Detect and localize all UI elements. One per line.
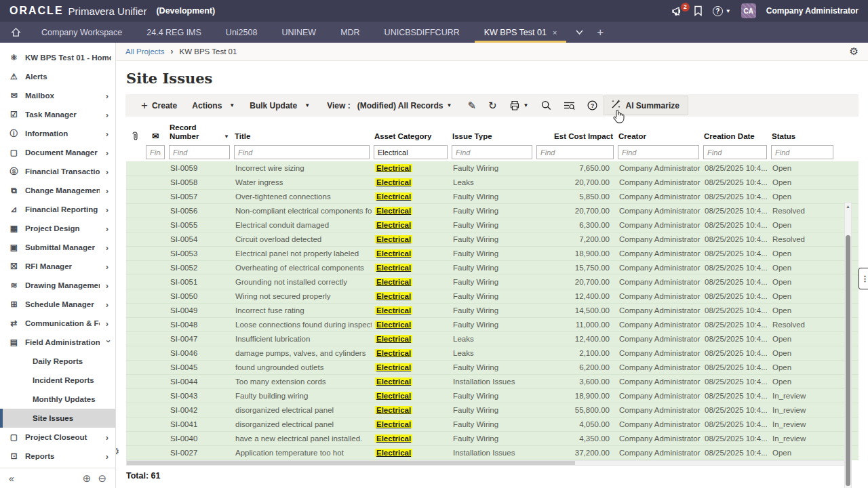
- sidebar-item-daily-reports[interactable]: Daily Reports: [0, 352, 115, 371]
- side-panel-toggle[interactable]: ⋮: [859, 268, 868, 289]
- sidebar-item-rfi-manager[interactable]: ☒RFI Manager›: [0, 257, 115, 276]
- print-menu[interactable]: ▼: [503, 100, 535, 110]
- tab-unicbsdiffcurr[interactable]: UNICBSDIFFCURR: [372, 22, 472, 43]
- filter-record-number-input[interactable]: [169, 145, 230, 159]
- sidebar-item-reports[interactable]: ⊡Reports›: [0, 447, 115, 466]
- table-row[interactable]: SI-0041disorganized electrical panelElec…: [126, 418, 859, 432]
- filter-creator-input[interactable]: [618, 145, 699, 159]
- table-row[interactable]: SI-0058Water ingressElectricalLeaks20,70…: [126, 176, 859, 190]
- filter-title-input[interactable]: [234, 145, 370, 159]
- sidebar-item-schedule-manager[interactable]: ⊞Schedule Manager›: [0, 295, 115, 314]
- actions-menu[interactable]: Actions▼: [184, 101, 242, 110]
- column-header-issue-type[interactable]: Issue Type: [450, 122, 534, 144]
- sidebar-item-change-management[interactable]: ⧉Change Management›: [0, 181, 115, 200]
- asset-category-cell: Electrical: [372, 261, 450, 274]
- sidebar-item-field-administration[interactable]: ▤Field Administration›: [0, 333, 115, 352]
- sidebar-item-drawing-management[interactable]: ≋Drawing Management›: [0, 276, 115, 295]
- table-row[interactable]: SI-0046damage pumps, valves, and cylinde…: [126, 346, 859, 361]
- sidebar-item-kw-bps-test-01-home[interactable]: ⚛KW BPS Test 01 - Home: [0, 48, 115, 67]
- table-row[interactable]: SI-0059Incorrect wire sizingElectricalFa…: [126, 161, 859, 176]
- sidebar-item-document-manager[interactable]: ▢Document Manager›: [0, 143, 115, 162]
- sidebar-item-mailbox[interactable]: ✉Mailbox›: [0, 86, 115, 105]
- filter-asset-category-input[interactable]: [374, 145, 448, 159]
- home-tab-icon[interactable]: [7, 22, 29, 43]
- avatar[interactable]: CA: [741, 3, 756, 18]
- tab-kw-bps-test-01[interactable]: KW BPS Test 01×: [472, 22, 570, 43]
- table-row[interactable]: SI-0050Wiring not secured properlyElectr…: [126, 289, 859, 304]
- table-row[interactable]: SI-0047Insufficient lubricationElectrica…: [126, 332, 859, 346]
- table-row[interactable]: SI-0042disorganized electrical panelElec…: [126, 403, 859, 418]
- table-row[interactable]: SI-0044Too many extension cordsElectrica…: [126, 375, 859, 389]
- page-settings-gear-icon[interactable]: ⚙: [850, 45, 859, 58]
- sidebar-item-project-design[interactable]: ▦Project Design›: [0, 219, 115, 238]
- scrollbar-thumb[interactable]: [846, 235, 850, 486]
- sidebar-item-financial-transactions[interactable]: ⓢFinancial Transactions›: [0, 162, 115, 181]
- sidebar-item-task-manager[interactable]: ☑Task Manager›: [0, 105, 115, 124]
- filter-issue-type-input[interactable]: [452, 145, 532, 159]
- filter-status-input[interactable]: [771, 145, 833, 159]
- table-row[interactable]: SI-0052Overheating of electrical compone…: [126, 261, 859, 275]
- table-row[interactable]: SI-0051Grounding not installed correctly…: [126, 275, 859, 289]
- table-row[interactable]: SI-0055Electrical conduit damagedElectri…: [126, 218, 859, 232]
- tab-uni2508[interactable]: Uni2508: [214, 22, 270, 43]
- horizontal-scrollbar[interactable]: [126, 460, 850, 466]
- bulk-update-menu[interactable]: Bulk Update▼: [242, 101, 317, 110]
- column-header-creator[interactable]: Creator: [616, 122, 701, 144]
- column-header-status[interactable]: Status: [769, 122, 835, 144]
- title-cell: Circuit overload detected: [232, 232, 372, 246]
- grid-settings-gear-icon[interactable]: ⚙: [116, 445, 119, 458]
- filter-creation-date-input[interactable]: [703, 145, 767, 159]
- sidebar-item-submittal-manager[interactable]: ▣Submittal Manager›: [0, 238, 115, 257]
- table-row[interactable]: SI-0057Over-tightened connectionsElectri…: [126, 190, 859, 204]
- breadcrumb-all-projects[interactable]: All Projects: [125, 47, 165, 56]
- creation-date-cell: 08/25/2025 10:4...: [701, 232, 769, 246]
- tab-list-chevron-icon[interactable]: [569, 22, 590, 43]
- table-row[interactable]: SI-0040have a new electrical panel insta…: [126, 432, 859, 446]
- table-row[interactable]: SI-0054Circuit overload detectedElectric…: [126, 232, 859, 247]
- sidebar-item-alerts[interactable]: ⚠Alerts: [0, 67, 115, 86]
- vertical-scrollbar[interactable]: ▲ ▼: [844, 202, 852, 488]
- filter-est-cost-impact-input[interactable]: [536, 145, 614, 159]
- tab-24-4-reg-ims[interactable]: 24.4 REG IMS: [134, 22, 214, 43]
- table-row[interactable]: SI-0043Faulty building wiringElectricalF…: [126, 389, 859, 403]
- search-icon[interactable]: [535, 100, 557, 110]
- column-header-asset-category[interactable]: Asset Category: [372, 122, 450, 144]
- collapse-all-icon[interactable]: ⊖: [98, 472, 106, 485]
- table-row[interactable]: SI-0027Application temperature too hotEl…: [126, 446, 859, 460]
- tab-company-workspace[interactable]: Company Workspace: [29, 22, 134, 43]
- edit-view-icon[interactable]: ✎: [461, 100, 482, 112]
- sidebar-item-information[interactable]: ⓘInformation›: [0, 124, 115, 143]
- bookmark-icon[interactable]: [694, 5, 703, 16]
- sidebar-item-financial-reporting[interactable]: ⊿Financial Reporting›: [0, 200, 115, 219]
- table-row[interactable]: SI-0053Electrical panel not properly lab…: [126, 247, 859, 261]
- collapse-sidebar-icon[interactable]: «: [9, 473, 14, 484]
- help-icon[interactable]: ?: [581, 100, 604, 110]
- tab-uninew[interactable]: UNINEW: [269, 22, 328, 43]
- add-tab-button[interactable]: +: [590, 22, 610, 43]
- create-button[interactable]: + Create: [134, 99, 184, 113]
- column-header-record-number[interactable]: Record Number▼: [167, 122, 232, 144]
- close-tab-icon[interactable]: ×: [553, 28, 557, 37]
- table-row[interactable]: SI-0048Loose connections found during in…: [126, 318, 859, 332]
- scroll-up-icon[interactable]: ▲: [845, 203, 851, 210]
- help-menu[interactable]: ? ▼: [713, 6, 731, 16]
- sidebar-item-incident-reports[interactable]: Incident Reports: [0, 371, 115, 390]
- column-header-est-cost-impact[interactable]: Est Cost Impact: [534, 122, 616, 144]
- sidebar-item-communication-foll-[interactable]: ⇄Communication & Foll...›: [0, 314, 115, 333]
- announcements-icon[interactable]: 2: [672, 6, 684, 16]
- sidebar-item-project-closeout[interactable]: ▢Project Closeout›: [0, 428, 115, 447]
- sidebar-item-monthly-updates[interactable]: Monthly Updates: [0, 390, 115, 409]
- column-header-creation-date[interactable]: Creation Date: [701, 122, 769, 144]
- sidebar-item-site-issues[interactable]: Site Issues: [0, 409, 115, 428]
- find-on-page-icon[interactable]: [557, 101, 581, 110]
- table-row[interactable]: SI-0056Non-compliant electrical componen…: [126, 204, 859, 218]
- expand-all-icon[interactable]: ⊕: [83, 472, 92, 485]
- filter-flag-input[interactable]: [146, 145, 165, 159]
- creation-date-cell: 08/25/2025 10:4...: [701, 446, 769, 460]
- table-row[interactable]: SI-0049Incorrect fuse ratingElectricalFa…: [126, 304, 859, 318]
- table-row[interactable]: SI-0045found ungrounded outletsElectrica…: [126, 361, 859, 375]
- column-header-title[interactable]: Title: [232, 122, 372, 144]
- refresh-icon[interactable]: ↻: [482, 100, 503, 112]
- tab-mdr[interactable]: MDR: [328, 22, 372, 43]
- view-selector[interactable]: (Modified) All Records▼: [357, 101, 452, 110]
